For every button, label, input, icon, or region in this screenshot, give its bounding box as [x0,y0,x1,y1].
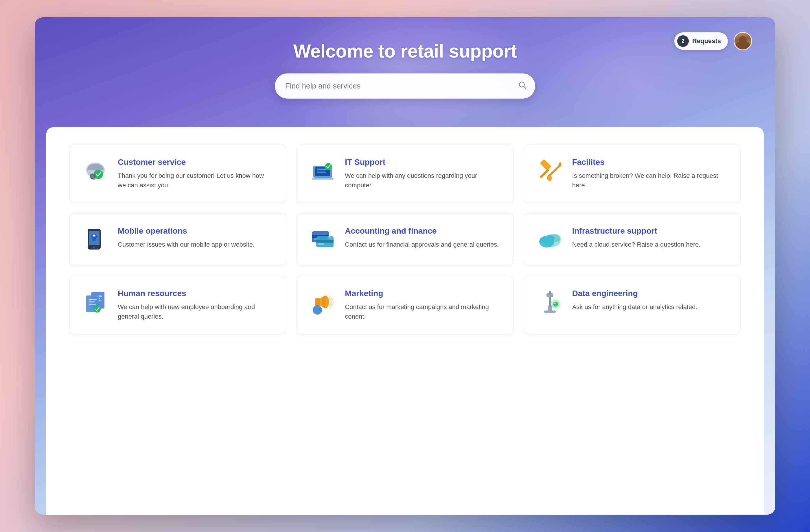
page-title: Welcome to retail support [293,40,517,62]
header-section: 2 Requests Welcome to retail support [35,17,775,127]
card-data-engineering-desc: Ask us for anything data or analytics re… [572,302,728,312]
svg-point-34 [540,237,547,243]
hr-icon [82,289,109,315]
card-facilities[interactable]: Facilites Is something broken? We can he… [524,145,741,203]
card-hr-title: Human resources [118,289,273,298]
card-mobile-operations-desc: Customer issues with our mobile app or w… [118,240,273,249]
svg-rect-8 [317,169,327,170]
facilities-icon [537,157,563,184]
avatar-image [734,33,751,49]
svg-rect-11 [312,178,334,180]
card-marketing-desc: Contact us for marketing campaigns and m… [345,302,500,321]
card-it-support-text: IT Support We can help with any question… [345,157,500,190]
card-marketing-text: Marketing Contact us for marketing campa… [345,289,500,321]
avatar[interactable] [734,32,752,50]
svg-rect-47 [544,311,556,313]
svg-rect-40 [88,299,97,300]
app-container: 2 Requests Welcome to retail support [35,17,775,515]
card-hr-text: Human resources We can help with new emp… [118,289,273,321]
marketing-icon [310,289,336,315]
svg-point-46 [313,305,322,315]
search-icon [518,81,526,92]
card-mobile-operations[interactable]: Mobile operations Customer issues with o… [69,213,286,265]
card-it-support-desc: We can help with any questions regarding… [345,171,500,190]
top-bar: 2 Requests [674,32,752,50]
card-infrastructure[interactable]: Infrastructure support Need a cloud serv… [524,213,741,265]
card-accounting-desc: Contact us for financial approvals and g… [345,240,500,249]
svg-point-15 [547,176,552,180]
svg-point-54 [553,302,558,306]
requests-label: Requests [692,37,721,45]
infrastructure-icon [537,227,563,252]
card-data-engineering-title: Data engineering [572,289,728,298]
card-it-support[interactable]: IT Support We can help with any question… [296,145,513,203]
svg-rect-51 [549,291,551,295]
search-bar [275,73,535,99]
card-infrastructure-title: Infrastructure support [572,227,728,236]
card-infrastructure-text: Infrastructure support Need a cloud serv… [572,227,728,249]
card-accounting-finance[interactable]: $ Accounting and finance Contact us for … [296,213,513,265]
card-hr[interactable]: Human resources We can help with new emp… [69,276,286,334]
card-data-engineering[interactable]: Data engineering Ask us for anything dat… [524,276,741,334]
svg-point-5 [91,175,94,178]
card-facilities-title: Facilites [572,157,728,167]
card-mobile-operations-text: Mobile operations Customer issues with o… [118,227,273,249]
card-accounting-text: Accounting and finance Contact us for fi… [345,227,500,249]
svg-text:$: $ [328,234,331,239]
svg-rect-27 [316,240,334,243]
svg-rect-28 [318,243,324,245]
svg-point-43 [94,305,101,313]
card-customer-service-desc: Thank you for being our customer! Let us… [118,171,273,190]
card-accounting-title: Accounting and finance [345,227,500,236]
svg-rect-13 [540,159,551,171]
mobile-operations-icon [82,227,109,252]
data-engineering-icon [537,289,563,315]
requests-count: 2 [677,35,689,47]
svg-rect-45 [315,298,320,306]
svg-point-44 [322,296,329,308]
customer-service-icon [82,157,109,184]
svg-rect-41 [88,301,95,302]
svg-point-55 [554,302,556,304]
search-input[interactable] [275,73,535,99]
cards-grid: Customer service Thank you for being our… [69,145,741,334]
card-marketing-title: Marketing [345,289,500,298]
svg-rect-9 [317,171,325,171]
svg-rect-10 [317,172,326,173]
card-infrastructure-desc: Need a cloud service? Raise a question h… [572,240,728,249]
card-customer-service[interactable]: Customer service Thank you for being our… [69,145,286,203]
svg-line-1 [524,86,526,88]
accounting-icon: $ [310,227,336,252]
it-support-icon [310,157,336,184]
card-mobile-operations-title: Mobile operations [118,227,273,236]
svg-point-22 [93,246,95,249]
card-marketing[interactable]: Marketing Contact us for marketing campa… [296,276,513,334]
card-data-engineering-text: Data engineering Ask us for anything dat… [572,289,728,312]
card-facilities-text: Facilites Is something broken? We can he… [572,157,728,190]
main-content: Customer service Thank you for being our… [46,127,764,515]
card-hr-desc: We can help with new employee onboarding… [118,302,273,321]
card-customer-service-text: Customer service Thank you for being our… [118,157,273,190]
card-facilities-desc: Is something broken? We can help. Raise … [572,171,728,190]
requests-badge[interactable]: 2 Requests [674,32,728,50]
svg-point-21 [92,239,96,241]
svg-point-12 [325,163,332,170]
card-it-support-title: IT Support [345,157,500,167]
card-customer-service-title: Customer service [118,157,273,167]
svg-rect-42 [88,303,96,305]
